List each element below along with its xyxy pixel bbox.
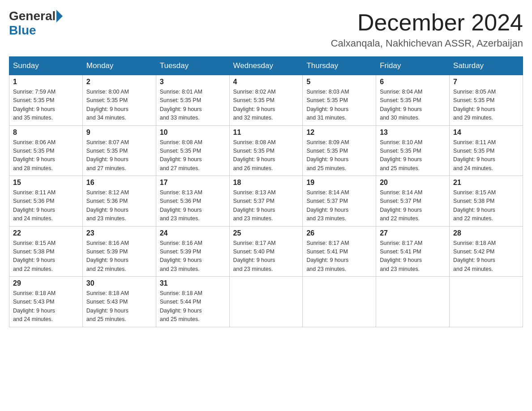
calendar-cell: 9Sunrise: 8:07 AMSunset: 5:35 PMDaylight… xyxy=(82,125,156,176)
calendar-cell: 13Sunrise: 8:10 AMSunset: 5:35 PMDayligh… xyxy=(376,125,450,176)
calendar-cell: 4Sunrise: 8:02 AMSunset: 5:35 PMDaylight… xyxy=(229,75,303,126)
calendar-cell: 7Sunrise: 8:05 AMSunset: 5:35 PMDaylight… xyxy=(450,75,523,126)
calendar-cell: 20Sunrise: 8:14 AMSunset: 5:37 PMDayligh… xyxy=(376,176,450,227)
day-info: Sunrise: 8:18 AMSunset: 5:44 PMDaylight:… xyxy=(160,289,226,324)
day-info: Sunrise: 8:16 AMSunset: 5:39 PMDaylight:… xyxy=(86,239,152,274)
calendar-cell: 18Sunrise: 8:13 AMSunset: 5:37 PMDayligh… xyxy=(229,176,303,227)
calendar-cell: 2Sunrise: 8:00 AMSunset: 5:35 PMDaylight… xyxy=(82,75,156,126)
day-info: Sunrise: 8:04 AMSunset: 5:35 PMDaylight:… xyxy=(380,88,446,123)
calendar-cell: 24Sunrise: 8:16 AMSunset: 5:39 PMDayligh… xyxy=(156,226,229,277)
day-of-week-header: Sunday xyxy=(9,57,83,75)
day-info: Sunrise: 8:02 AMSunset: 5:35 PMDaylight:… xyxy=(233,88,299,123)
day-info: Sunrise: 8:14 AMSunset: 5:37 PMDaylight:… xyxy=(380,188,446,223)
day-number: 5 xyxy=(306,78,372,86)
day-number: 1 xyxy=(13,78,79,86)
day-number: 21 xyxy=(453,179,519,187)
day-info: Sunrise: 8:07 AMSunset: 5:35 PMDaylight:… xyxy=(86,138,152,173)
day-number: 20 xyxy=(380,179,446,187)
calendar-cell: 22Sunrise: 8:15 AMSunset: 5:38 PMDayligh… xyxy=(9,226,83,277)
day-info: Sunrise: 8:17 AMSunset: 5:41 PMDaylight:… xyxy=(380,239,446,274)
day-number: 2 xyxy=(86,78,152,86)
calendar-cell: 8Sunrise: 8:06 AMSunset: 5:35 PMDaylight… xyxy=(9,125,83,176)
calendar-cell: 3Sunrise: 8:01 AMSunset: 5:35 PMDaylight… xyxy=(156,75,229,126)
day-info: Sunrise: 8:18 AMSunset: 5:42 PMDaylight:… xyxy=(453,239,519,274)
day-number: 13 xyxy=(380,128,446,137)
calendar-week-row: 8Sunrise: 8:06 AMSunset: 5:35 PMDaylight… xyxy=(9,125,523,176)
day-info: Sunrise: 8:17 AMSunset: 5:40 PMDaylight:… xyxy=(233,239,299,274)
location-subtitle: Calxanqala, Nakhichevan ASSR, Azerbaijan xyxy=(331,38,523,49)
day-number: 25 xyxy=(233,229,299,237)
calendar-cell: 25Sunrise: 8:17 AMSunset: 5:40 PMDayligh… xyxy=(229,226,303,277)
calendar-cell: 15Sunrise: 8:11 AMSunset: 5:36 PMDayligh… xyxy=(9,176,83,227)
day-info: Sunrise: 7:59 AMSunset: 5:35 PMDaylight:… xyxy=(13,88,79,123)
day-info: Sunrise: 8:12 AMSunset: 5:36 PMDaylight:… xyxy=(86,188,152,223)
calendar-cell: 30Sunrise: 8:18 AMSunset: 5:43 PMDayligh… xyxy=(82,277,156,327)
calendar-cell xyxy=(450,277,523,327)
calendar-body: 1Sunrise: 7:59 AMSunset: 5:35 PMDaylight… xyxy=(9,75,523,327)
logo-general-text: General xyxy=(9,9,56,23)
calendar-cell: 5Sunrise: 8:03 AMSunset: 5:35 PMDaylight… xyxy=(303,75,376,126)
day-number: 18 xyxy=(233,179,299,187)
days-of-week-row: SundayMondayTuesdayWednesdayThursdayFrid… xyxy=(9,57,523,75)
calendar-week-row: 15Sunrise: 8:11 AMSunset: 5:36 PMDayligh… xyxy=(9,176,523,227)
day-info: Sunrise: 8:18 AMSunset: 5:43 PMDaylight:… xyxy=(13,289,79,324)
month-year-title: December 2024 xyxy=(331,9,523,36)
day-info: Sunrise: 8:09 AMSunset: 5:35 PMDaylight:… xyxy=(306,138,372,173)
day-number: 3 xyxy=(160,78,226,86)
day-info: Sunrise: 8:16 AMSunset: 5:39 PMDaylight:… xyxy=(160,239,226,274)
calendar-cell: 14Sunrise: 8:11 AMSunset: 5:35 PMDayligh… xyxy=(450,125,523,176)
calendar-cell: 17Sunrise: 8:13 AMSunset: 5:36 PMDayligh… xyxy=(156,176,229,227)
logo: General Blue xyxy=(9,9,64,38)
calendar-cell: 19Sunrise: 8:14 AMSunset: 5:37 PMDayligh… xyxy=(303,176,376,227)
calendar-week-row: 29Sunrise: 8:18 AMSunset: 5:43 PMDayligh… xyxy=(9,277,523,327)
calendar-cell xyxy=(229,277,303,327)
day-number: 26 xyxy=(306,229,372,237)
day-number: 10 xyxy=(160,128,226,137)
calendar-cell: 16Sunrise: 8:12 AMSunset: 5:36 PMDayligh… xyxy=(82,176,156,227)
day-number: 8 xyxy=(13,128,79,137)
day-info: Sunrise: 8:06 AMSunset: 5:35 PMDaylight:… xyxy=(13,138,79,173)
page-header: General Blue December 2024 Calxanqala, N… xyxy=(9,9,523,49)
day-info: Sunrise: 8:05 AMSunset: 5:35 PMDaylight:… xyxy=(453,88,519,123)
day-of-week-header: Monday xyxy=(82,57,156,75)
day-info: Sunrise: 8:15 AMSunset: 5:38 PMDaylight:… xyxy=(453,188,519,223)
calendar-cell: 29Sunrise: 8:18 AMSunset: 5:43 PMDayligh… xyxy=(9,277,83,327)
day-number: 27 xyxy=(380,229,446,237)
calendar-table: SundayMondayTuesdayWednesdayThursdayFrid… xyxy=(9,56,523,327)
calendar-cell: 1Sunrise: 7:59 AMSunset: 5:35 PMDaylight… xyxy=(9,75,83,126)
day-number: 9 xyxy=(86,128,152,137)
day-info: Sunrise: 8:18 AMSunset: 5:43 PMDaylight:… xyxy=(86,289,152,324)
day-number: 16 xyxy=(86,179,152,187)
day-info: Sunrise: 8:01 AMSunset: 5:35 PMDaylight:… xyxy=(160,88,226,123)
day-number: 12 xyxy=(306,128,372,137)
day-number: 6 xyxy=(380,78,446,86)
calendar-cell xyxy=(376,277,450,327)
title-block: December 2024 Calxanqala, Nakhichevan AS… xyxy=(331,9,523,49)
day-info: Sunrise: 8:13 AMSunset: 5:36 PMDaylight:… xyxy=(160,188,226,223)
calendar-cell: 23Sunrise: 8:16 AMSunset: 5:39 PMDayligh… xyxy=(82,226,156,277)
day-info: Sunrise: 8:17 AMSunset: 5:41 PMDaylight:… xyxy=(306,239,372,274)
day-number: 30 xyxy=(86,279,152,287)
day-info: Sunrise: 8:14 AMSunset: 5:37 PMDaylight:… xyxy=(306,188,372,223)
day-number: 31 xyxy=(160,279,226,287)
day-number: 29 xyxy=(13,279,79,287)
calendar-cell: 6Sunrise: 8:04 AMSunset: 5:35 PMDaylight… xyxy=(376,75,450,126)
day-number: 23 xyxy=(86,229,152,237)
day-info: Sunrise: 8:00 AMSunset: 5:35 PMDaylight:… xyxy=(86,88,152,123)
day-number: 14 xyxy=(453,128,519,137)
calendar-cell: 12Sunrise: 8:09 AMSunset: 5:35 PMDayligh… xyxy=(303,125,376,176)
calendar-cell: 11Sunrise: 8:08 AMSunset: 5:35 PMDayligh… xyxy=(229,125,303,176)
calendar-cell: 27Sunrise: 8:17 AMSunset: 5:41 PMDayligh… xyxy=(376,226,450,277)
day-number: 7 xyxy=(453,78,519,86)
calendar-week-row: 22Sunrise: 8:15 AMSunset: 5:38 PMDayligh… xyxy=(9,226,523,277)
day-number: 22 xyxy=(13,229,79,237)
day-info: Sunrise: 8:08 AMSunset: 5:35 PMDaylight:… xyxy=(233,138,299,173)
day-info: Sunrise: 8:11 AMSunset: 5:36 PMDaylight:… xyxy=(13,188,79,223)
day-of-week-header: Friday xyxy=(376,57,450,75)
logo-blue-text: Blue xyxy=(9,23,36,38)
calendar-cell: 31Sunrise: 8:18 AMSunset: 5:44 PMDayligh… xyxy=(156,277,229,327)
day-info: Sunrise: 8:11 AMSunset: 5:35 PMDaylight:… xyxy=(453,138,519,173)
calendar-header: SundayMondayTuesdayWednesdayThursdayFrid… xyxy=(9,57,523,75)
day-info: Sunrise: 8:08 AMSunset: 5:35 PMDaylight:… xyxy=(160,138,226,173)
calendar-week-row: 1Sunrise: 7:59 AMSunset: 5:35 PMDaylight… xyxy=(9,75,523,126)
